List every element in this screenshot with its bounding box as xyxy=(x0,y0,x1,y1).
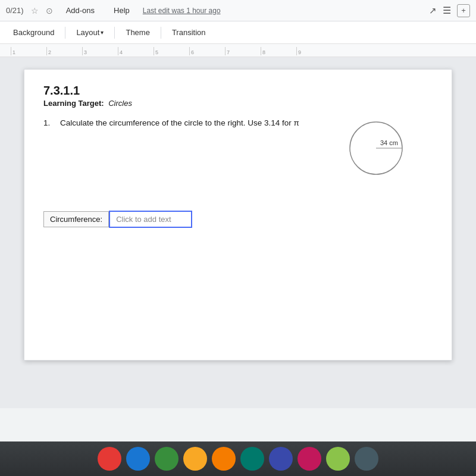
ruler-mark-3: 3 xyxy=(82,47,118,55)
separator-3 xyxy=(161,27,161,39)
ruler-mark-6: 6 xyxy=(189,47,225,55)
ruler-mark-7: 7 xyxy=(225,47,261,55)
comment-icon[interactable]: ☰ xyxy=(443,5,451,16)
taskbar-icon-green[interactable] xyxy=(155,447,178,471)
addons-menu[interactable]: Add-ons xyxy=(60,4,101,17)
top-bar: 0/21) ☆ ⊙ Add-ons Help Last edit was 1 h… xyxy=(0,0,476,21)
layout-dropdown-icon: ▾ xyxy=(101,29,104,36)
circumference-label: Circumference: xyxy=(43,211,109,227)
circle-diagram: 34 cm xyxy=(343,112,409,180)
slide-area: 7.3.1.1 Learning Target: Circles 1. Calc… xyxy=(0,57,476,408)
toolbar: Background Layout ▾ Theme Transition xyxy=(0,21,476,44)
top-bar-right: ↗ ☰ + xyxy=(429,4,470,17)
ruler-mark-9: 9 xyxy=(296,47,332,55)
ruler-mark-4: 4 xyxy=(118,47,154,55)
separator-1 xyxy=(65,27,65,39)
separator-2 xyxy=(114,27,115,39)
taskbar-icon-blue[interactable] xyxy=(126,447,150,471)
question-number: 1. xyxy=(43,118,55,127)
taskbar-icon-yellow[interactable] xyxy=(183,447,207,471)
star-icon[interactable]: ☆ xyxy=(31,6,39,15)
background-button[interactable]: Background xyxy=(6,25,61,40)
taskbar-icon-red[interactable] xyxy=(98,447,121,471)
ruler-content: 1 2 3 4 5 6 7 8 9 xyxy=(0,47,476,55)
transition-button[interactable]: Transition xyxy=(165,25,213,40)
svg-text:34 cm: 34 cm xyxy=(380,139,398,146)
taskbar-icon-dark[interactable] xyxy=(355,447,378,471)
taskbar-icon-pink[interactable] xyxy=(298,447,321,471)
slide-title: 7.3.1.1 xyxy=(43,84,433,98)
ruler-mark-1: 1 xyxy=(11,47,46,55)
ruler-mark-8: 8 xyxy=(261,47,296,55)
ruler-mark-2: 2 xyxy=(46,47,82,55)
ruler-mark-5: 5 xyxy=(154,47,189,55)
answer-area: Circumference: Click to add text xyxy=(43,211,433,228)
help-menu[interactable]: Help xyxy=(108,4,136,17)
theme-button[interactable]: Theme xyxy=(118,25,156,40)
top-bar-left: 0/21) ☆ ⊙ Add-ons Help Last edit was 1 h… xyxy=(6,4,221,17)
ruler: 1 2 3 4 5 6 7 8 9 xyxy=(0,44,476,57)
title-partial: 0/21) xyxy=(6,6,24,15)
history-icon[interactable]: ⊙ xyxy=(46,6,53,15)
taskbar xyxy=(0,441,476,476)
taskbar-icon-indigo[interactable] xyxy=(269,447,293,471)
learning-target-label: Learning Target: xyxy=(43,99,104,108)
learning-target-value: Circles xyxy=(108,99,132,108)
circle-svg: 34 cm xyxy=(343,112,409,178)
slide: 7.3.1.1 Learning Target: Circles 1. Calc… xyxy=(24,69,452,361)
circumference-input[interactable]: Click to add text xyxy=(109,211,192,228)
taskbar-icon-orange[interactable] xyxy=(212,447,236,471)
taskbar-icon-lime[interactable] xyxy=(326,447,350,471)
learning-target: Learning Target: Circles xyxy=(43,99,433,108)
taskbar-icon-teal[interactable] xyxy=(240,447,264,471)
question-text: Calculate the circumference of the circl… xyxy=(60,118,299,127)
slide-content: 1. Calculate the circumference of the ci… xyxy=(43,118,433,249)
last-edit-text[interactable]: Last edit was 1 hour ago xyxy=(143,7,221,15)
layout-button[interactable]: Layout ▾ xyxy=(69,25,111,40)
trend-icon[interactable]: ↗ xyxy=(429,5,437,16)
add-icon[interactable]: + xyxy=(457,4,470,17)
